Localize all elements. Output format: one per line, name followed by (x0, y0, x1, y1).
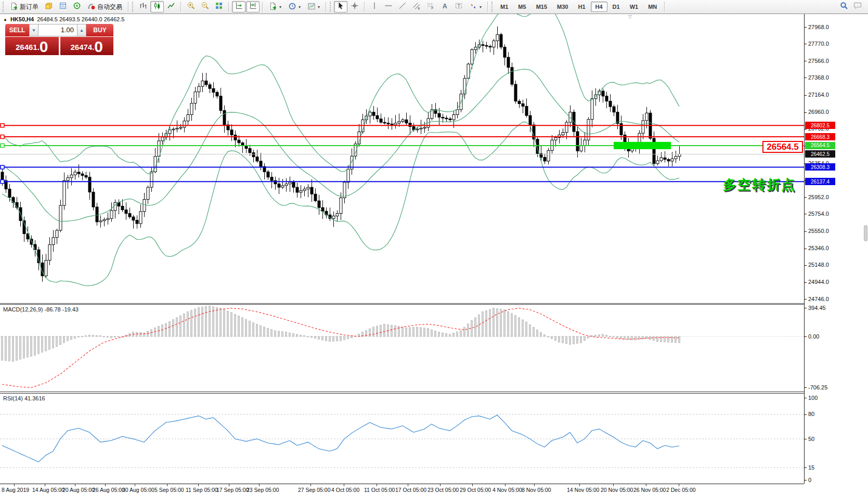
date-axis[interactable]: 8 Aug 201914 Aug 05:0020 Aug 05:0026 Aug… (0, 484, 804, 494)
zoom-in-button[interactable] (184, 1, 198, 12)
price-annotation-box[interactable]: 26564.5 (762, 141, 803, 153)
arrows-icon (469, 2, 477, 12)
price-tag[interactable]: 26668.3 (805, 133, 835, 140)
bar-chart-button[interactable] (136, 1, 150, 12)
macd-histogram-bar (522, 320, 524, 336)
price-tag[interactable]: 26802.5 (805, 122, 835, 129)
macd-histogram-bar (260, 326, 262, 336)
panel-separator[interactable] (0, 392, 804, 392)
new-order-button[interactable]: 新订单 (7, 1, 42, 12)
price-tag[interactable]: 26462.5 (805, 150, 835, 158)
timeframe-d1-button[interactable]: D1 (608, 2, 625, 12)
sell-button[interactable]: SELL (5, 24, 29, 36)
macd-histogram-bar (307, 336, 309, 337)
templates-icon (307, 2, 316, 12)
zoom-in-icon (187, 2, 195, 12)
macd-histogram-bar (67, 336, 69, 341)
cursor-tool-button[interactable] (334, 1, 347, 12)
macd-histogram-bar (198, 307, 200, 336)
horizontal-line-tool-button[interactable] (382, 1, 395, 12)
macd-histogram-bar (282, 332, 283, 336)
macd-histogram-bar (602, 334, 604, 336)
toolbar-grip[interactable] (132, 2, 134, 12)
highlight-zone-bar[interactable] (614, 142, 671, 149)
zoom-out-button[interactable] (198, 1, 212, 12)
timeframe-mn-button[interactable]: MN (643, 2, 662, 12)
toolbar-grip[interactable] (330, 2, 332, 12)
toolbar-separator (228, 2, 229, 12)
timeframe-m1-button[interactable]: M1 (496, 2, 513, 12)
line-drag-handle[interactable] (1, 180, 4, 184)
panel-separator[interactable] (0, 303, 804, 304)
auto-trading-button[interactable]: 自动交易 (84, 1, 125, 12)
price-tag[interactable]: 26137.4 (805, 178, 835, 185)
bid-price-display[interactable]: 26461.0 (5, 37, 59, 55)
price-tag[interactable]: 26564.5 (805, 142, 835, 149)
macd-histogram-bar (606, 335, 607, 336)
date-axis-label: 26 Aug 05:00 (93, 487, 125, 493)
line-chart-button[interactable] (164, 1, 178, 12)
date-axis-label: 17 Sep 05:00 (216, 487, 249, 493)
text-label-tool-button[interactable]: T (452, 1, 465, 12)
timeframe-m15-button[interactable]: M15 (532, 2, 552, 12)
chat-icon[interactable] (853, 2, 863, 12)
trendline-tool-button[interactable] (396, 1, 409, 12)
collapse-panel-icon[interactable]: ▲ (3, 17, 7, 22)
line-drag-handle[interactable] (1, 135, 4, 139)
search-icon[interactable] (839, 1, 849, 12)
crosshair-tool-button[interactable] (348, 1, 361, 12)
chart-shift-button[interactable] (246, 1, 260, 12)
chart-profile-button[interactable] (42, 1, 56, 12)
periods-button[interactable]: ▾ (285, 1, 304, 12)
volume-increase-button[interactable]: ▲ (77, 24, 86, 36)
equidistant-channel-tool-button[interactable]: E (410, 1, 423, 12)
price-tag[interactable]: 26308.3 (805, 163, 835, 171)
timeframe-m5-button[interactable]: M5 (513, 2, 530, 12)
indicators-button[interactable]: ▾ (266, 1, 284, 12)
text-icon: A (441, 2, 449, 12)
macd-histogram-bar (235, 314, 236, 336)
chart-shift-marker-icon[interactable]: ▽ (628, 14, 632, 19)
macd-histogram-bar (5, 336, 7, 361)
ask-price-display[interactable]: 26474.0 (60, 37, 114, 55)
line-drag-handle[interactable] (1, 144, 4, 147)
navigator-button[interactable] (70, 1, 84, 12)
fibonacci-tool-button[interactable]: F (424, 1, 437, 12)
timeframe-m30-button[interactable]: M30 (552, 2, 573, 12)
text-tool-button[interactable]: A (438, 1, 451, 12)
vertical-scrollbar-thumb[interactable] (864, 225, 867, 241)
main-price-chart[interactable] (0, 14, 804, 303)
market-watch-button[interactable] (56, 1, 70, 12)
timeframe-h4-button[interactable]: H4 (591, 2, 607, 12)
axis-tick (804, 197, 807, 198)
panel-separator[interactable] (0, 393, 804, 394)
candlestick-chart-button[interactable] (150, 1, 164, 12)
volume-decrease-button[interactable]: ▼ (29, 24, 38, 36)
macd-histogram-bar (537, 330, 538, 336)
line-drag-handle[interactable] (1, 165, 4, 169)
macd-histogram-bar (449, 334, 451, 336)
templates-button[interactable]: ▾ (304, 1, 323, 12)
turning-point-annotation[interactable]: 多空转折点 (723, 176, 796, 194)
volume-input[interactable]: 1.00 (38, 24, 77, 36)
macd-indicator-panel[interactable] (0, 305, 804, 392)
date-tick (579, 484, 580, 486)
rsi-indicator-panel[interactable] (0, 394, 804, 483)
line-drag-handle[interactable] (1, 124, 4, 127)
auto-scroll-button[interactable] (232, 1, 245, 12)
toolbar-grip[interactable] (3, 2, 5, 12)
toolbar-grip[interactable] (491, 2, 494, 12)
axis-tick (804, 77, 807, 78)
auto-trading-icon (87, 2, 96, 12)
tile-windows-button[interactable] (212, 1, 226, 12)
macd-histogram-bar (435, 331, 436, 336)
arrows-tool-button[interactable]: ▾ (466, 1, 485, 12)
macd-histogram-bar (489, 309, 491, 336)
date-tick (408, 484, 408, 486)
macd-histogram-bar (267, 328, 269, 336)
timeframe-h1-button[interactable]: H1 (573, 2, 590, 12)
buy-button[interactable]: BUY (86, 24, 113, 36)
panel-separator[interactable] (0, 304, 804, 305)
timeframe-w1-button[interactable]: W1 (625, 2, 643, 12)
vertical-line-tool-button[interactable] (368, 1, 381, 12)
